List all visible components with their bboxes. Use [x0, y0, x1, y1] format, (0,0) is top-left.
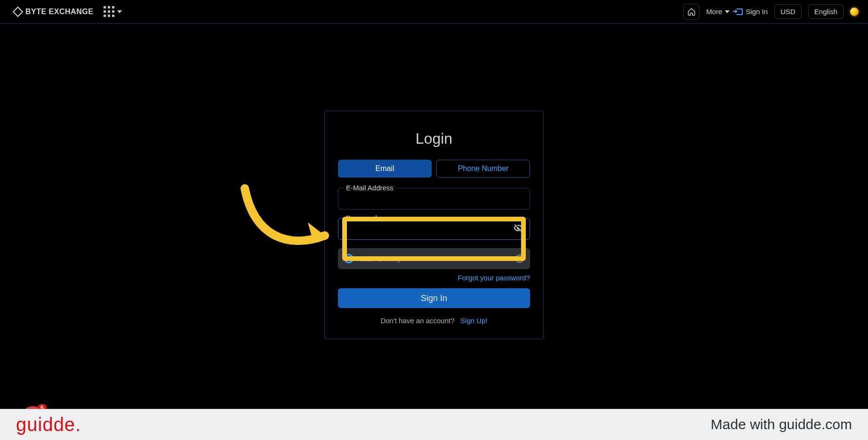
- home-icon: [687, 8, 696, 16]
- login-tabs: Email Phone Number: [338, 160, 530, 178]
- more-menu[interactable]: More: [706, 8, 730, 16]
- forgot-link[interactable]: Forgot your password?: [458, 274, 530, 282]
- brand[interactable]: BYTE EXCHANGE: [14, 8, 93, 16]
- email-input[interactable]: [345, 195, 523, 204]
- password-label: Password: [343, 214, 380, 222]
- signin-label: Sign In: [746, 8, 768, 16]
- logo-icon: [13, 6, 24, 17]
- currency-select[interactable]: USD: [774, 4, 802, 19]
- brand-text: BYTE EXCHANGE: [25, 8, 93, 16]
- more-label: More: [706, 8, 722, 16]
- signup-row: Don't have an account? Sign Up!: [338, 317, 530, 325]
- no-account-text: Don't have an account?: [380, 317, 454, 325]
- password-input[interactable]: [345, 225, 514, 234]
- captcha[interactable]: Click to verify: [338, 248, 530, 269]
- login-panel: Login Email Phone Number E-Mail Address …: [324, 111, 544, 339]
- signup-link[interactable]: Sign Up!: [460, 317, 488, 325]
- nav-right: More Sign In USD English: [683, 4, 859, 20]
- signin-link[interactable]: Sign In: [736, 8, 768, 16]
- chevron-down-icon: [725, 10, 730, 13]
- captcha-text: Click to verify: [359, 255, 510, 263]
- email-field-wrap[interactable]: E-Mail Address: [338, 188, 530, 210]
- captcha-radio-icon: [344, 254, 354, 263]
- footer-text: Made with guidde.com: [711, 416, 852, 432]
- eye-off-icon[interactable]: [514, 223, 523, 235]
- footer-bar: guidde. Made with guidde.com: [0, 409, 868, 440]
- forgot-row: Forgot your password?: [338, 274, 530, 282]
- login-title: Login: [338, 130, 530, 147]
- geetest-icon: [515, 254, 524, 263]
- home-button[interactable]: [683, 4, 699, 20]
- email-label: E-Mail Address: [343, 184, 396, 192]
- signin-button[interactable]: Sign In: [338, 288, 530, 308]
- signin-icon: [736, 8, 743, 15]
- tab-phone[interactable]: Phone Number: [436, 160, 530, 178]
- guidde-logo: guidde.: [16, 414, 81, 436]
- footer-brand: guidde.: [16, 414, 81, 436]
- password-field-wrap[interactable]: Password: [338, 218, 530, 240]
- tab-email[interactable]: Email: [338, 160, 432, 178]
- theme-toggle[interactable]: [850, 8, 859, 16]
- language-select[interactable]: English: [808, 4, 844, 19]
- chevron-down-icon: [117, 10, 122, 13]
- top-nav: BYTE EXCHANGE More Sign In USD English: [0, 0, 868, 24]
- grid-icon: [104, 6, 114, 17]
- arrow-annotation: [235, 179, 339, 264]
- apps-grid-button[interactable]: [104, 6, 122, 17]
